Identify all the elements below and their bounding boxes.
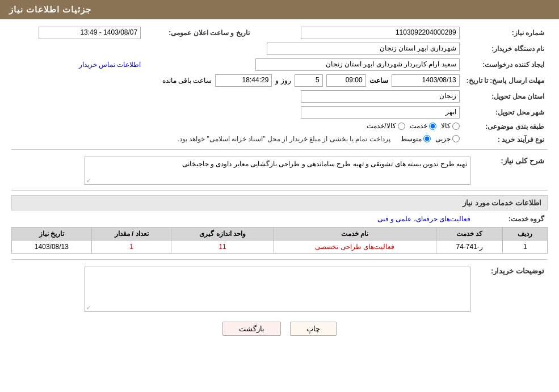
service-group-value: فعالیت‌های حرفه‌ای، علمی و فنی [11,213,474,225]
category-radios: کالا خدمت کالا/خدمت [11,120,463,133]
row-count: 1 [91,241,171,254]
purchase-radio-motavasset[interactable]: متوسط [401,135,431,143]
radio-kala-khadamat-label: کالا/خدمت [367,122,396,130]
deadline-remaining-input: 18:44:29 [215,74,272,87]
province-input: زنجان [301,90,460,103]
city-value: ابهر [11,104,463,120]
category-radio-khadamat[interactable]: خدمت [410,122,436,130]
services-data-table: ردیف کد خدمت نام خدمت واحد اندازه گیری ت… [11,227,548,254]
col-header-name: نام خدمت [274,227,436,241]
notes-resize-icon: ↙ [86,304,91,310]
days-label: روز و [275,77,291,85]
need-number-input: 1103092204000289 [301,27,460,39]
print-button[interactable]: چاپ [290,322,337,336]
services-section-label: اطلاعات خدمات مورد نیاز [463,199,541,207]
contact-link-cell: اطلاعات تماس خریدار [11,57,144,73]
col-header-row: ردیف [503,227,548,241]
divider-1 [11,149,548,150]
announce-date-input: 1403/08/07 - 13:49 [39,27,141,39]
purchase-radio-jozi[interactable]: جزیی [435,135,460,143]
deadline-row: 1403/08/13 ساعت 09:00 5 روز و 18:44:29 س… [11,73,463,88]
province-value: زنجان [11,88,463,104]
radio-kala[interactable] [452,123,460,130]
services-section-header: اطلاعات خدمات مورد نیاز [11,195,548,210]
col-header-code: کد خدمت [436,227,503,241]
divider-3 [11,259,548,260]
need-number-label: شماره نیاز: [463,25,548,41]
purchase-type-row: جزیی متوسط پرداخت تمام یا بخشی از مبلغ خ… [11,133,463,146]
city-input: ابهر [301,106,460,119]
table-row: 1 ر-741-74 فعالیت‌های طراحی تخصصی 11 1 1… [12,241,548,254]
resize-icon: ↙ [86,177,91,183]
org-name-label: نام دستگاه خریدار: [463,41,548,57]
radio-khadamat[interactable] [429,123,436,130]
service-group-label: گروه خدمت: [474,213,548,225]
org-name-value: شهرداری ابهر استان زنجان [11,41,463,57]
divider-2 [11,190,548,191]
buyer-notes-cell: ↙ [11,263,474,314]
province-label: استان محل تحویل: [463,88,548,104]
row-code: ر-741-74 [436,241,503,254]
col-header-unit: واحد اندازه گیری [171,227,274,241]
service-group-table: گروه خدمت: فعالیت‌های حرفه‌ای، علمی و فن… [11,213,548,225]
city-label: شهر محل تحویل: [463,104,548,120]
radio-motavasset[interactable] [423,135,431,142]
description-label: شرح کلی نیاز: [474,153,548,187]
content-area: شماره نیاز: 1103092204000289 تاریخ و ساع… [0,19,559,347]
time-label: ساعت [369,77,388,85]
creator-label: ایجاد کننده درخواست: [463,57,548,73]
radio-jozi[interactable] [452,135,460,142]
radio-kala-label: کالا [441,122,451,130]
back-button[interactable]: بازگشت [222,322,281,336]
contact-info-link[interactable]: اطلاعات تماس خریدار [79,61,141,69]
announce-date-label: تاریخ و ساعت اعلان عمومی: [144,25,260,41]
row-unit: 11 [171,241,274,254]
creator-input: سعید ارام کاربردار شهرداری ابهر استان زن… [255,58,460,71]
main-form-table: شماره نیاز: 1103092204000289 تاریخ و ساع… [11,25,548,146]
deadline-time-input: 09:00 [326,74,366,87]
category-radio-kala[interactable]: کالا [441,122,460,130]
org-name-input: شهرداری ابهر استان زنجان [267,43,460,55]
deadline-label: مهلت ارسال پاسخ: تا تاریخ: [463,73,548,88]
service-group-link[interactable]: فعالیت‌های حرفه‌ای، علمی و فنی [377,215,470,223]
announce-date-value: 1403/08/07 - 13:49 [11,25,144,41]
page-header: جزئیات اطلاعات نیاز [0,0,559,19]
category-radio-kala-khadamat[interactable]: کالا/خدمت [367,122,405,130]
description-text: تهیه طرح تدوین بسته های تشویقی و تهیه طر… [182,160,467,168]
col-header-count: تعداد / مقدار [91,227,171,241]
row-number: 1 [503,241,548,254]
radio-kala-khadamat[interactable] [398,123,405,130]
page-wrapper: جزئیات اطلاعات نیاز شماره نیاز: 11030922… [0,0,559,392]
radio-khadamat-label: خدمت [410,122,427,130]
purchase-type-note: پرداخت تمام یا بخشی از مبلغ خریدار از مح… [177,135,390,143]
deadline-days-input: 5 [295,74,323,87]
description-value-cell: تهیه طرح تدوین بسته های تشویقی و تهیه طر… [11,153,474,187]
col-header-date: تاریخ نیاز [12,227,92,241]
footer-buttons: چاپ بازگشت [11,322,548,336]
radio-jozi-label: جزیی [435,135,451,143]
purchase-type-label: نوع فرآیند خرید : [463,133,548,146]
need-number-value: 1103092204000289 [261,25,463,41]
category-label: طبقه بندی موضوعی: [463,120,548,133]
row-name: فعالیت‌های طراحی تخصصی [274,241,436,254]
remaining-label: ساعت باقی مانده [162,77,212,85]
creator-value: سعید ارام کاربردار شهرداری ابهر استان زن… [144,57,463,73]
buyer-notes-table: توضیحات خریدار: ↙ [11,263,548,314]
row-date: 1403/08/13 [12,241,92,254]
description-table: شرح کلی نیاز: تهیه طرح تدوین بسته های تش… [11,153,548,187]
page-title: جزئیات اطلاعات نیاز [9,5,91,14]
buyer-notes-label: توضیحات خریدار: [474,263,548,314]
radio-motavasset-label: متوسط [401,135,422,143]
deadline-date-input: 1403/08/13 [392,74,460,87]
